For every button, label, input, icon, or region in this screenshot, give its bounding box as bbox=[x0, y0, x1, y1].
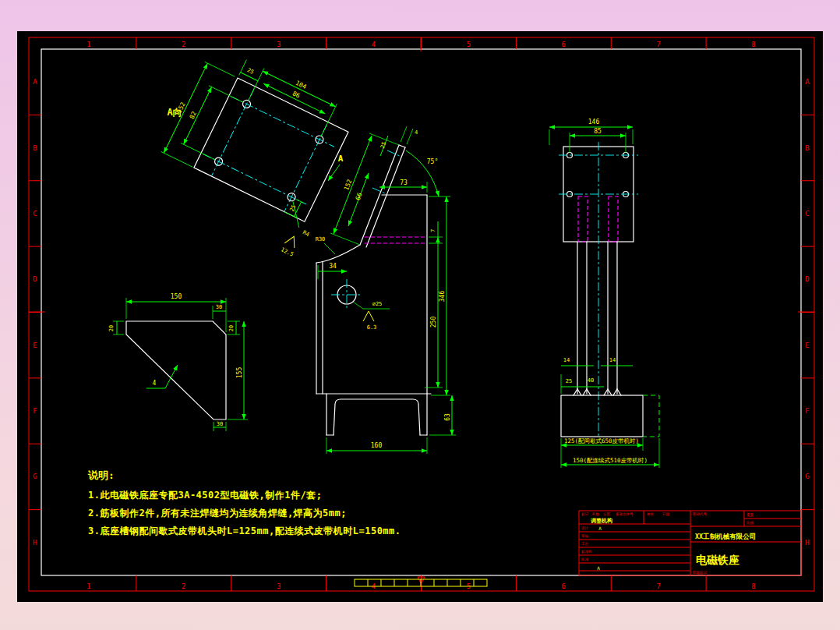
zone-number-top: 5 bbox=[467, 41, 471, 48]
note-line: 2.筋板制作2件,所有未注焊缝均为连续角焊缝,焊高为5mm; bbox=[88, 508, 347, 519]
tb-label: 工艺 bbox=[581, 541, 589, 546]
tb-label: 标准化 bbox=[581, 549, 592, 554]
dim: ⌀25 bbox=[372, 301, 383, 307]
dim: 14 bbox=[609, 357, 616, 363]
tb-signature: A bbox=[597, 565, 600, 571]
zone-letter-right: B bbox=[805, 144, 809, 152]
zone-letter-left: D bbox=[33, 275, 37, 283]
dim: 30 bbox=[217, 421, 223, 427]
zone-number-top: 7 bbox=[656, 41, 660, 48]
zone-letter-right: E bbox=[805, 342, 809, 349]
tb-label: 重量 bbox=[746, 512, 754, 517]
zone-number-top: 6 bbox=[562, 41, 566, 48]
zone-number-top: 4 bbox=[372, 41, 376, 48]
dim: 25 bbox=[566, 378, 572, 384]
tb-label: 图样代号 bbox=[693, 512, 708, 516]
dim: 30 bbox=[216, 304, 222, 310]
dim: 34 bbox=[329, 263, 337, 270]
dim: 20 bbox=[108, 325, 115, 331]
dim: 73 bbox=[400, 179, 408, 186]
note-line: 1.此电磁铁底座专配3A-4502型电磁铁,制作1件/套; bbox=[88, 490, 322, 501]
tb-assembly: 调整机构 bbox=[590, 518, 612, 524]
tb-label: 批准 bbox=[581, 557, 589, 561]
zone-number-top: 1 bbox=[86, 41, 90, 48]
zone-letter-left: F bbox=[33, 407, 37, 415]
dim: 250 bbox=[430, 317, 437, 328]
tb-label: 审核 bbox=[581, 534, 589, 538]
zone-letter-left: B bbox=[33, 144, 37, 152]
dim: 346 bbox=[439, 291, 446, 303]
tb-company: XX工制机械有限公司 bbox=[695, 533, 756, 540]
tb-label: 签名 bbox=[647, 512, 654, 516]
dim: 160 bbox=[371, 442, 383, 449]
dim: 4 bbox=[153, 380, 157, 387]
dim: 20 bbox=[228, 325, 235, 331]
dim: 150 bbox=[171, 293, 182, 300]
tb-label: 分区 bbox=[603, 511, 611, 516]
roughness-value: 6.3 bbox=[367, 324, 377, 331]
zone-letter-right: D bbox=[805, 275, 809, 283]
zone-number-bottom: 3 bbox=[277, 582, 281, 590]
notes-heading: 说明: bbox=[87, 469, 115, 481]
zone-number-top: 2 bbox=[182, 41, 185, 48]
dim: 125(配间歇式650皮带机时) bbox=[564, 437, 639, 444]
zone-number-bottom: 2 bbox=[182, 582, 185, 590]
zone-letter-left: A bbox=[33, 78, 37, 86]
zone-letter-left: H bbox=[33, 539, 37, 547]
page: 1122334455667788AABBCCDDEEFFGGHH A向 104 bbox=[0, 0, 840, 630]
tb-label: 日期 bbox=[662, 512, 670, 516]
dim: 7 bbox=[430, 229, 436, 232]
tb-signature: A bbox=[598, 526, 602, 531]
section-label: A bbox=[338, 154, 344, 164]
tb-label: 更改文件号 bbox=[616, 511, 634, 516]
zone-letter-left: C bbox=[33, 210, 37, 218]
tb-label: 阶段标记 bbox=[693, 570, 708, 575]
dim: R30 bbox=[316, 236, 326, 242]
dim: 150(配连续式510皮带机时) bbox=[573, 457, 648, 464]
zone-letter-right: A bbox=[805, 78, 810, 86]
cad-drawing-canvas[interactable]: 1122334455667788AABBCCDDEEFFGGHH A向 104 bbox=[0, 0, 840, 630]
zone-letter-right: C bbox=[805, 210, 809, 218]
zone-number-bottom: 1 bbox=[86, 582, 90, 590]
zone-number-bottom: 8 bbox=[751, 582, 755, 590]
zone-number-bottom: 6 bbox=[562, 582, 566, 590]
zone-letter-right: H bbox=[805, 539, 809, 547]
dim: 75° bbox=[427, 158, 438, 165]
zone-letter-right: G bbox=[805, 472, 809, 480]
zone-number-bottom: 7 bbox=[656, 582, 660, 590]
dim: 146 bbox=[588, 119, 600, 126]
tb-label: 标记 bbox=[581, 511, 589, 517]
dim: 14 bbox=[563, 357, 570, 363]
tb-label: 设计 bbox=[581, 526, 589, 530]
zone-number-top: 3 bbox=[277, 41, 281, 48]
zone-letter-left: G bbox=[33, 472, 37, 480]
dim: 40 bbox=[588, 377, 594, 384]
dim: 85 bbox=[594, 128, 602, 135]
zone-number-top: 8 bbox=[751, 41, 755, 48]
tb-label: 处数 bbox=[592, 511, 600, 516]
tb-drawing-title: 电磁铁座 bbox=[696, 554, 739, 566]
dim: 63 bbox=[444, 413, 451, 421]
dim: 155 bbox=[236, 367, 243, 379]
dim: 4 bbox=[415, 129, 418, 136]
zone-letter-right: F bbox=[805, 407, 809, 415]
note-line: 3.底座槽钢配间歇式皮带机头时L=125mm,配连续式皮带机时L=150mm. bbox=[88, 526, 401, 536]
zone-letter-left: E bbox=[33, 342, 37, 349]
